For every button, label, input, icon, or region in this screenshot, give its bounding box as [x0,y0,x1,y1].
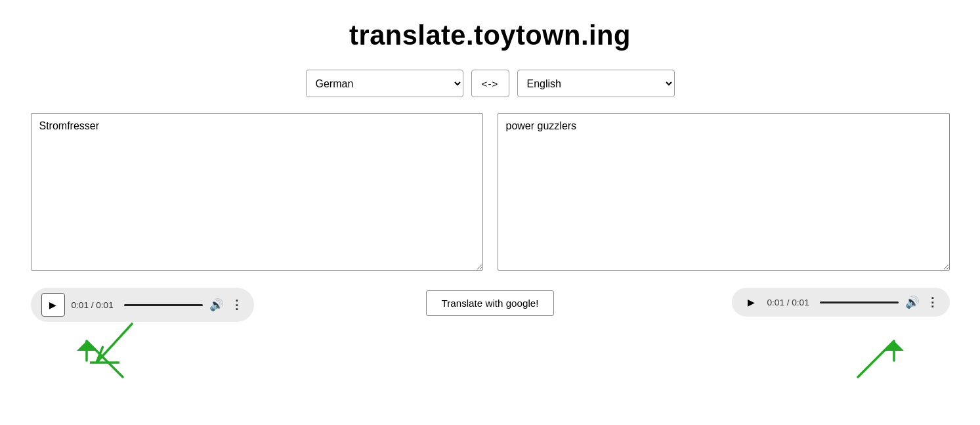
left-play-button[interactable]: ▶ [41,293,65,317]
left-play-icon: ▶ [49,300,56,310]
right-volume-icon[interactable]: 🔊 [905,296,920,309]
right-audio-player: ▶ 0:01 / 0:01 🔊 ⋮ [732,288,950,317]
right-play-icon: ▶ [748,297,755,307]
left-player-col: ▶ 0:01 / 0:01 🔊 ⋮ [31,277,328,322]
right-progress-bar[interactable] [820,302,899,303]
left-arrow-svg [70,311,136,384]
right-arrow-svg [845,311,910,384]
svg-marker-2 [884,341,904,351]
translate-button-area: Translate with google! [342,277,639,322]
language-bar: German English French Spanish Italian <-… [306,70,675,97]
right-more-icon[interactable]: ⋮ [926,295,939,310]
translation-area: Stromfresser power guzzlers [31,113,950,271]
left-more-icon[interactable]: ⋮ [230,298,244,313]
left-time-display: 0:01 / 0:01 [72,300,117,310]
swap-languages-button[interactable]: <-> [471,70,509,97]
target-language-select[interactable]: English German French Spanish Italian [517,70,675,97]
target-text-output[interactable]: power guzzlers [498,113,950,271]
page-title: translate.toytown.ing [349,20,631,51]
target-panel: power guzzlers [498,113,950,271]
left-audio-player: ▶ 0:01 / 0:01 🔊 ⋮ [31,288,254,322]
left-volume-icon[interactable]: 🔊 [209,298,224,312]
right-play-button[interactable]: ▶ [742,293,761,311]
translate-button[interactable]: Translate with google! [426,290,553,316]
source-panel: Stromfresser [31,113,483,271]
svg-marker-1 [77,341,96,351]
left-progress-bar[interactable] [124,304,203,306]
right-time-display: 0:01 / 0:01 [767,298,813,307]
source-text-input[interactable]: Stromfresser [31,113,483,271]
source-language-select[interactable]: German English French Spanish Italian [306,70,463,97]
right-player-col: ▶ 0:01 / 0:01 🔊 ⋮ [653,277,950,322]
